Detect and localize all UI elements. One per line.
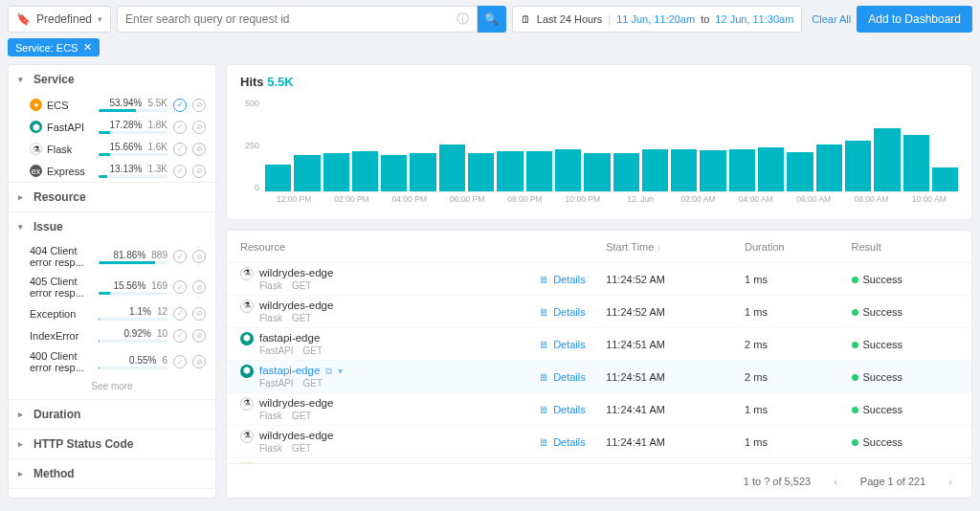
chart-bar[interactable] (642, 149, 668, 191)
express-icon: ex (30, 165, 42, 177)
col-start-time[interactable]: Start Time↓ (606, 241, 745, 253)
search-input[interactable] (125, 12, 457, 26)
include-filter-icon[interactable]: ✓ (173, 280, 187, 294)
chart-bar[interactable] (294, 155, 320, 191)
table-row[interactable]: ⚗wildrydes-edge FlaskGET 🗎Details 11:24:… (227, 426, 971, 458)
exclude-filter-icon[interactable]: ⊘ (192, 165, 206, 178)
service-item[interactable]: exExpress 13.13%1.3K ✓ ⊘ (9, 160, 215, 182)
flask-icon: ⚗ (30, 143, 42, 155)
see-more-link[interactable]: See more (9, 377, 215, 399)
table-row[interactable]: ⬢fastapi-edge FastAPIGET 🗎Details 11:24:… (227, 328, 971, 361)
include-filter-icon[interactable]: ✓ (173, 355, 187, 368)
section-resource[interactable]: ▸ Resource (9, 182, 215, 211)
details-link[interactable]: 🗎Details (539, 339, 606, 350)
chart-bar[interactable] (845, 141, 871, 191)
exclude-filter-icon[interactable]: ⊘ (192, 143, 206, 156)
exclude-filter-icon[interactable]: ⊘ (192, 307, 206, 321)
info-icon[interactable]: ⓘ (457, 11, 469, 28)
chart-bar[interactable] (729, 149, 755, 191)
section-service[interactable]: ▾ Service (9, 65, 215, 94)
chart-bar[interactable] (439, 144, 465, 191)
traces-table: Resource Start Time↓ Duration Result ⚗wi… (226, 230, 972, 499)
chart-bar[interactable] (555, 149, 581, 191)
exclude-filter-icon[interactable]: ⊘ (192, 329, 206, 343)
include-filter-icon[interactable]: ✓ (173, 329, 187, 343)
search-button[interactable]: 🔍 (478, 6, 506, 33)
chart-bar[interactable] (700, 150, 725, 191)
chart-bar[interactable] (671, 149, 697, 191)
issue-name: 405 Client error resp... (30, 276, 93, 299)
close-icon[interactable]: ✕ (83, 41, 92, 54)
section-cold-start[interactable]: ▸ Cold Start No values (9, 488, 215, 498)
exclude-filter-icon[interactable]: ⊘ (192, 99, 206, 112)
chart-bar[interactable] (526, 151, 552, 191)
copy-icon[interactable]: ⧉ (325, 366, 332, 377)
section-method[interactable]: ▸ Method (9, 458, 215, 488)
chart-bar[interactable] (265, 165, 291, 192)
chart-bar[interactable] (323, 153, 349, 191)
exclude-filter-icon[interactable]: ⊘ (192, 280, 206, 294)
exclude-filter-icon[interactable]: ⊘ (192, 355, 206, 368)
chart-bars[interactable] (265, 100, 958, 192)
table-row[interactable]: ⬢fastapi-edge ⧉ ▾ FastAPIGET 🗎Details 11… (227, 361, 971, 393)
col-resource[interactable]: Resource (240, 241, 539, 253)
search-input-wrap[interactable]: ⓘ (117, 6, 478, 33)
issue-item[interactable]: 400 Client error resp... 0.55%6 ✓ ⊘ (9, 346, 215, 377)
details-icon: 🗎 (539, 274, 549, 285)
details-link[interactable]: 🗎Details (539, 274, 606, 285)
add-to-dashboard-button[interactable]: Add to Dashboard (857, 6, 972, 33)
include-filter-icon[interactable]: ✓ (173, 165, 187, 178)
predefined-dropdown[interactable]: 🔖 Predefined ▾ (8, 6, 111, 33)
exclude-filter-icon[interactable]: ⊘ (192, 250, 206, 263)
include-filter-icon[interactable]: ✓ (173, 307, 187, 321)
include-filter-icon[interactable]: ✓ (173, 143, 187, 156)
table-row[interactable]: ⚗wildrydes-edge FlaskGET 🗎Details 11:24:… (227, 393, 971, 426)
issue-item[interactable]: Exception 1.1%12 ✓ ⊘ (9, 302, 215, 324)
pager-prev[interactable]: ‹ (828, 476, 843, 487)
details-link[interactable]: 🗎Details (539, 306, 606, 318)
chart-bar[interactable] (816, 144, 842, 191)
col-duration[interactable]: Duration (745, 241, 851, 253)
chart-bar[interactable] (787, 152, 813, 191)
include-filter-icon[interactable]: ✓ (173, 121, 187, 134)
chart-bar[interactable] (758, 147, 784, 191)
chart-bar[interactable] (613, 153, 639, 191)
details-link[interactable]: 🗎Details (539, 371, 606, 383)
details-link[interactable]: 🗎Details (539, 404, 606, 415)
include-filter-icon[interactable]: ✓ (173, 250, 187, 263)
pager-next[interactable]: › (943, 476, 958, 487)
table-row[interactable]: ⚗wildrydes-edge FlaskGET 🗎Details 11:24:… (227, 296, 971, 328)
result: Success (852, 339, 958, 350)
filter-tag-service[interactable]: Service: ECS ✕ (8, 38, 100, 56)
section-http-status[interactable]: ▸ HTTP Status Code (9, 429, 215, 458)
section-duration[interactable]: ▸ Duration (9, 399, 215, 429)
table-row[interactable]: ⚗wildrydes-edge FlaskGET 🗎Details 11:24:… (227, 263, 971, 296)
predefined-label: Predefined (36, 12, 92, 26)
service-item[interactable]: ✦ECS 53.94%5.5K ✓ ⊘ (9, 94, 215, 116)
time-range-picker[interactable]: 🗓 Last 24 Hours | 11 Jun, 11:20am to 12 … (512, 6, 802, 33)
chart-bar[interactable] (381, 155, 407, 191)
service-name: Express (47, 166, 85, 177)
chart-bar[interactable] (410, 153, 435, 191)
chart-bar[interactable] (874, 128, 900, 192)
issue-item[interactable]: 405 Client error resp... 15.56%169 ✓ ⊘ (9, 272, 215, 302)
chart-bar[interactable] (903, 135, 929, 191)
col-result[interactable]: Result (852, 241, 958, 253)
include-filter-icon[interactable]: ✓ (173, 99, 187, 112)
service-item[interactable]: ⬢FastAPI 17.28%1.8K ✓ ⊘ (9, 116, 215, 138)
details-link[interactable]: 🗎Details (539, 436, 606, 448)
chart-bar[interactable] (584, 153, 610, 191)
chart-bar[interactable] (932, 167, 958, 191)
chevron-down-icon[interactable]: ▾ (338, 366, 343, 377)
calendar-icon: 🗓 (521, 13, 531, 25)
sort-desc-icon: ↓ (657, 242, 661, 253)
issue-item[interactable]: 404 Client error resp... 81.86%889 ✓ ⊘ (9, 241, 215, 272)
exclude-filter-icon[interactable]: ⊘ (192, 121, 206, 134)
service-item[interactable]: ⚗Flask 15.66%1.6K ✓ ⊘ (9, 138, 215, 160)
issue-item[interactable]: IndexError 0.92%10 ✓ ⊘ (9, 324, 215, 346)
chart-bar[interactable] (468, 153, 494, 191)
chart-bar[interactable] (497, 151, 523, 191)
clear-all-link[interactable]: Clear All (812, 13, 851, 25)
section-issue[interactable]: ▾ Issue (9, 211, 215, 241)
chart-bar[interactable] (352, 151, 378, 191)
